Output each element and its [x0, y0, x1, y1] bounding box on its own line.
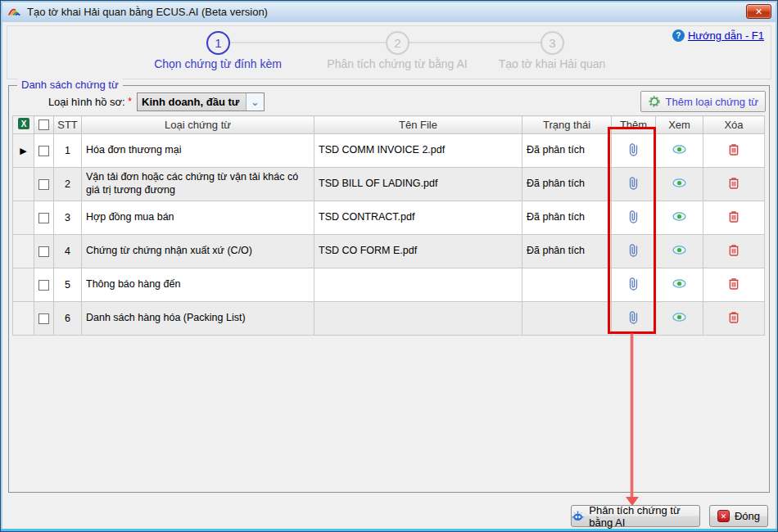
header-doc-type[interactable]: Loại chứng từ	[82, 116, 314, 134]
gear-add-icon	[648, 95, 661, 108]
wizard-step-3-circle: 3	[541, 31, 564, 55]
row-view-cell[interactable]	[656, 134, 703, 168]
step-connector-2	[409, 42, 541, 43]
add-doc-type-button[interactable]: Thêm loại chứng từ	[640, 91, 766, 112]
row-select-cell[interactable]	[34, 235, 54, 268]
table-row[interactable]: 6 Danh sách hàng hóa (Packing List)	[13, 302, 765, 336]
delete-file-button[interactable]	[703, 311, 764, 323]
attach-file-button[interactable]	[612, 243, 655, 257]
select-all-checkbox[interactable]	[38, 119, 49, 130]
header-status[interactable]: Trạng thái	[522, 116, 612, 134]
svg-text:X: X	[20, 119, 26, 128]
row-add-cell[interactable]	[612, 201, 656, 235]
header-view[interactable]: Xem	[656, 116, 703, 134]
table-header-row: X STT Loại chứng từ Tên File Trạng thái …	[13, 116, 765, 134]
table-row[interactable]: 4 Chứng từ chứng nhận xuất xứ (C/O) TSD …	[13, 235, 765, 268]
row-add-cell[interactable]	[612, 268, 656, 302]
row-select-cell[interactable]	[34, 201, 54, 235]
paperclip-icon	[628, 210, 639, 223]
row-checkbox[interactable]	[38, 146, 49, 156]
header-stt[interactable]: STT	[54, 116, 82, 134]
title-bar[interactable]: Tạo tờ khai Hải quan bằng ECUS.AI (Beta …	[1, 1, 777, 22]
row-add-cell[interactable]	[612, 302, 656, 336]
row-stt-cell: 3	[54, 201, 82, 235]
row-select-cell[interactable]	[34, 302, 54, 336]
row-view-cell[interactable]	[656, 201, 703, 235]
required-asterisk: *	[128, 96, 132, 107]
delete-file-button[interactable]	[703, 143, 764, 156]
profile-type-dropdown[interactable]: Kinh doanh, đầu tư ⌄	[137, 92, 265, 111]
row-checkbox[interactable]	[38, 313, 49, 324]
view-file-button[interactable]	[656, 313, 703, 322]
table-row[interactable]: 2 Vận tải đơn hoặc các chứng từ vận tải …	[13, 168, 765, 201]
row-delete-cell[interactable]	[703, 235, 765, 268]
delete-file-button[interactable]	[703, 177, 764, 189]
analyze-documents-button[interactable]: Phân tích chứng từ bằng AI	[571, 505, 700, 527]
row-view-cell[interactable]	[656, 268, 703, 302]
table-row[interactable]: 3 Hợp đồng mua bán TSD CONTRACT.pdf Đã p…	[13, 201, 765, 235]
help-link[interactable]: ? Hướng dẫn - F1	[672, 29, 764, 42]
delete-file-button[interactable]	[703, 210, 764, 223]
row-view-cell[interactable]	[656, 235, 703, 268]
row-file-name-cell: TSD COMM INVOICE 2.pdf	[314, 134, 522, 168]
row-file-name-cell	[314, 268, 522, 302]
chevron-down-icon[interactable]: ⌄	[246, 93, 264, 110]
close-dialog-button[interactable]: ✕ Đóng	[709, 505, 768, 527]
select-all-header[interactable]	[34, 116, 54, 134]
ecus-dialog-window: Tạo tờ khai Hải quan bằng ECUS.AI (Beta …	[0, 0, 778, 532]
attach-file-button[interactable]	[612, 176, 655, 190]
row-delete-cell[interactable]	[703, 168, 765, 201]
row-checkbox[interactable]	[38, 246, 49, 257]
view-file-button[interactable]	[656, 212, 703, 221]
trash-icon	[728, 210, 740, 223]
table-row[interactable]: 5 Thông báo hàng đến	[13, 268, 765, 302]
header-add[interactable]: Thêm	[612, 116, 656, 134]
view-file-button[interactable]	[656, 246, 703, 255]
row-view-cell[interactable]	[656, 168, 703, 201]
row-checkbox[interactable]	[38, 213, 49, 223]
row-delete-cell[interactable]	[703, 134, 765, 168]
row-stt-cell: 2	[54, 168, 82, 201]
app-logo-icon	[7, 6, 22, 17]
attach-file-button[interactable]	[612, 310, 655, 324]
row-delete-cell[interactable]	[703, 201, 765, 235]
header-delete[interactable]: Xóa	[703, 116, 765, 134]
row-stt-cell: 1	[54, 134, 82, 168]
groupbox-title: Danh sách chứng từ	[17, 79, 123, 91]
row-add-cell[interactable]	[612, 134, 656, 168]
row-status-cell: Đã phân tích	[522, 134, 612, 168]
row-delete-cell[interactable]	[703, 302, 765, 336]
excel-export-corner[interactable]: X	[13, 116, 34, 134]
row-checkbox[interactable]	[38, 179, 49, 190]
paperclip-icon	[628, 243, 639, 257]
view-file-button[interactable]	[656, 279, 703, 288]
row-add-cell[interactable]	[612, 235, 656, 268]
attach-file-button[interactable]	[612, 277, 655, 291]
row-add-cell[interactable]	[612, 168, 656, 201]
trash-icon	[728, 244, 740, 256]
row-select-cell[interactable]	[34, 268, 54, 302]
view-file-button[interactable]	[656, 178, 703, 187]
row-view-cell[interactable]	[656, 302, 703, 336]
row-select-cell[interactable]	[34, 168, 54, 201]
row-checkbox[interactable]	[38, 280, 49, 291]
eye-icon	[672, 178, 686, 187]
attach-file-button[interactable]	[612, 142, 655, 156]
delete-file-button[interactable]	[703, 277, 764, 290]
row-select-cell[interactable]	[34, 134, 54, 168]
row-doc-type-cell: Thông báo hàng đến	[82, 268, 314, 302]
wizard-step-1-circle[interactable]: 1	[206, 31, 230, 55]
step-3-number: 3	[549, 36, 555, 50]
trash-icon	[728, 143, 740, 156]
row-status-cell	[522, 302, 612, 336]
header-file-name[interactable]: Tên File	[314, 116, 522, 134]
delete-file-button[interactable]	[703, 244, 764, 256]
table-row[interactable]: ▶ 1 Hóa đơn thương mại TSD COMM INVOICE …	[13, 134, 765, 168]
window-close-button[interactable]: ✕	[746, 4, 771, 19]
document-table: X STT Loại chứng từ Tên File Trạng thái …	[12, 115, 765, 336]
row-delete-cell[interactable]	[703, 268, 765, 302]
close-icon: ✕	[755, 7, 762, 17]
paperclip-icon	[628, 176, 639, 190]
view-file-button[interactable]	[656, 145, 703, 154]
attach-file-button[interactable]	[612, 210, 655, 223]
